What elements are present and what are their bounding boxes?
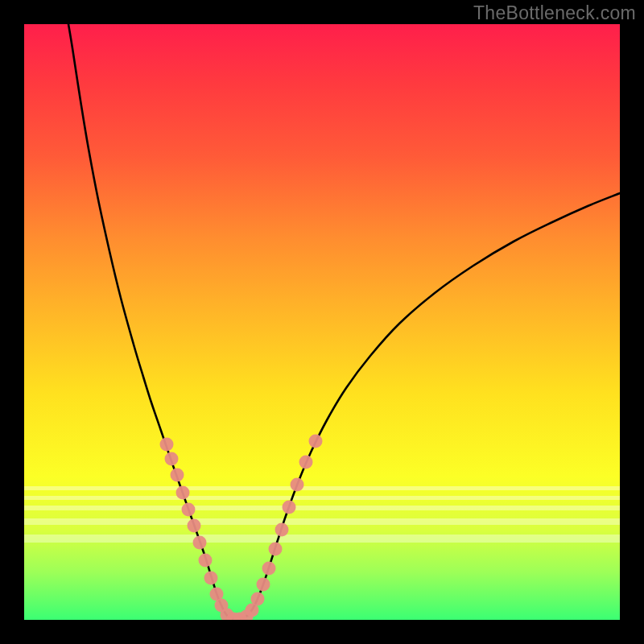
curves-svg xyxy=(24,24,620,620)
plot-area xyxy=(24,24,620,620)
data-marker xyxy=(275,523,289,537)
markers-left xyxy=(160,438,241,621)
markers-right xyxy=(233,435,323,621)
data-marker xyxy=(188,519,201,533)
data-marker xyxy=(160,438,174,452)
left-curve xyxy=(68,24,236,620)
data-marker xyxy=(193,536,207,550)
data-marker xyxy=(251,592,265,606)
right-curve xyxy=(236,193,620,620)
data-marker xyxy=(262,562,276,576)
data-marker xyxy=(204,572,218,585)
data-marker xyxy=(171,469,184,482)
chart-frame: TheBottleneck.com xyxy=(0,0,644,644)
data-marker xyxy=(283,501,296,514)
data-marker xyxy=(182,503,196,517)
data-marker xyxy=(291,478,304,492)
data-marker xyxy=(269,543,283,556)
data-marker xyxy=(176,486,190,500)
data-marker xyxy=(299,456,313,469)
data-marker xyxy=(165,452,179,466)
watermark-text: TheBottleneck.com xyxy=(473,2,636,24)
data-marker xyxy=(309,435,323,448)
data-marker xyxy=(257,578,270,592)
data-marker xyxy=(199,554,213,568)
